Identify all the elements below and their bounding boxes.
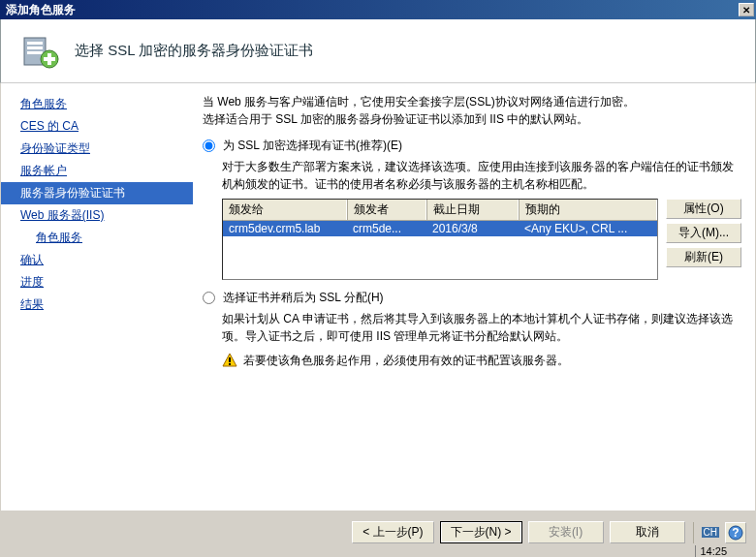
cancel-button[interactable]: 取消 xyxy=(610,521,685,543)
sidebar-item-service-account[interactable]: 服务帐户 xyxy=(1,160,193,182)
col-intended[interactable]: 预期的 xyxy=(519,200,657,220)
system-tray: 14:25 xyxy=(695,545,727,557)
sidebar-item-confirm[interactable]: 确认 xyxy=(1,249,193,271)
properties-button[interactable]: 属性(O) xyxy=(666,199,741,219)
radio-assign-later[interactable] xyxy=(203,292,215,304)
radio-section-2: 选择证书并稍后为 SSL 分配(H) 如果计划从 CA 申请证书，然后将其导入到… xyxy=(203,290,741,345)
cert-table[interactable]: 颁发给 颁发者 截止日期 预期的 crm5dev.crm5.lab crm5de… xyxy=(222,199,658,280)
radio-assign-later-desc: 如果计划从 CA 申请证书，然后将其导入到该服务器上的本地计算机个人证书存储，则… xyxy=(222,310,741,345)
sidebar-item-results[interactable]: 结果 xyxy=(1,294,193,316)
warning-icon xyxy=(222,353,237,368)
svg-text:?: ? xyxy=(732,526,739,540)
warning-text: 若要使该角色服务起作用，必须使用有效的证书配置该服务器。 xyxy=(243,353,569,369)
svg-rect-2 xyxy=(27,46,43,49)
cell-intended: <Any EKU>, CRL ... xyxy=(519,221,657,236)
sidebar-item-progress[interactable]: 进度 xyxy=(1,271,193,294)
radio-existing-cert[interactable] xyxy=(203,139,215,152)
svg-rect-6 xyxy=(44,57,55,61)
svg-rect-3 xyxy=(27,51,43,54)
radio-section-1: 为 SSL 加密选择现有证书(推荐)(E) 对于大多数生产部署方案来说，建议选择… xyxy=(203,138,741,193)
import-button[interactable]: 导入(M)... xyxy=(666,223,741,243)
radio-existing-cert-desc: 对于大多数生产部署方案来说，建议选择该选项。应使用由连接到该服务器的客户端信任的… xyxy=(222,158,741,193)
radio-existing-cert-label[interactable]: 为 SSL 加密选择现有证书(推荐)(E) xyxy=(203,138,741,154)
prev-button[interactable]: < 上一步(P) xyxy=(352,521,433,543)
page-title: 选择 SSL 加密的服务器身份验证证书 xyxy=(75,42,313,60)
clock: 14:25 xyxy=(700,545,727,557)
cell-issued-by: crm5de... xyxy=(347,221,426,236)
lang-indicator[interactable]: CH xyxy=(702,527,719,538)
close-button[interactable]: ✕ xyxy=(739,3,754,16)
main-content: 当 Web 服务与客户端通信时，它使用安全套接字层(SSL)协议对网络通信进行加… xyxy=(193,83,755,511)
sidebar-item-role-services-sub[interactable]: 角色服务 xyxy=(1,227,193,249)
install-button[interactable]: 安装(I) xyxy=(528,521,604,543)
wizard-button-bar: < 上一步(P) 下一步(N) > 安装(I) 取消 CH ? xyxy=(352,521,746,543)
radio-assign-later-text: 选择证书并稍后为 SSL 分配(H) xyxy=(223,290,384,306)
sidebar: 角色服务 CES 的 CA 身份验证类型 服务帐户 服务器身份验证证书 Web … xyxy=(1,83,193,511)
svg-rect-1 xyxy=(27,42,43,45)
warning-note: 若要使该角色服务起作用，必须使用有效的证书配置该服务器。 xyxy=(222,353,741,369)
col-issued-by[interactable]: 颁发者 xyxy=(347,200,426,220)
sidebar-item-role-services[interactable]: 角色服务 xyxy=(1,93,193,115)
radio-existing-cert-text: 为 SSL 加密选择现有证书(推荐)(E) xyxy=(223,138,402,154)
sidebar-item-web-server-iis[interactable]: Web 服务器(IIS) xyxy=(1,204,193,227)
svg-rect-9 xyxy=(229,363,231,365)
cert-buttons: 属性(O) 导入(M)... 刷新(E) xyxy=(666,199,741,280)
col-issued-to[interactable]: 颁发给 xyxy=(223,200,347,220)
help-button[interactable]: ? xyxy=(725,522,746,543)
window-title: 添加角色服务 xyxy=(2,2,76,18)
sidebar-item-ces-ca[interactable]: CES 的 CA xyxy=(1,115,193,138)
wizard-header: 选择 SSL 加密的服务器身份验证证书 xyxy=(0,19,756,83)
divider xyxy=(693,522,694,543)
refresh-button[interactable]: 刷新(E) xyxy=(666,247,741,267)
taskbar: 14:25 xyxy=(0,544,756,557)
cert-table-row[interactable]: crm5dev.crm5.lab crm5de... 2016/3/8 <Any… xyxy=(223,221,657,236)
cert-table-header: 颁发给 颁发者 截止日期 预期的 xyxy=(223,200,657,221)
sidebar-item-server-cert[interactable]: 服务器身份验证证书 xyxy=(1,182,193,204)
cell-expiry: 2016/3/8 xyxy=(426,221,519,236)
radio-assign-later-label[interactable]: 选择证书并稍后为 SSL 分配(H) xyxy=(203,290,741,306)
svg-rect-8 xyxy=(229,357,231,362)
cert-section: 颁发给 颁发者 截止日期 预期的 crm5dev.crm5.lab crm5de… xyxy=(222,199,741,280)
titlebar: 添加角色服务 ✕ xyxy=(0,0,756,19)
cell-issued-to: crm5dev.crm5.lab xyxy=(223,221,347,236)
server-role-icon xyxy=(20,32,59,71)
col-expiry[interactable]: 截止日期 xyxy=(426,200,519,220)
intro-text: 当 Web 服务与客户端通信时，它使用安全套接字层(SSL)协议对网络通信进行加… xyxy=(203,93,741,128)
content-wrapper: 角色服务 CES 的 CA 身份验证类型 服务帐户 服务器身份验证证书 Web … xyxy=(1,83,755,511)
sidebar-item-auth-type[interactable]: 身份验证类型 xyxy=(1,138,193,160)
next-button[interactable]: 下一步(N) > xyxy=(440,521,522,543)
